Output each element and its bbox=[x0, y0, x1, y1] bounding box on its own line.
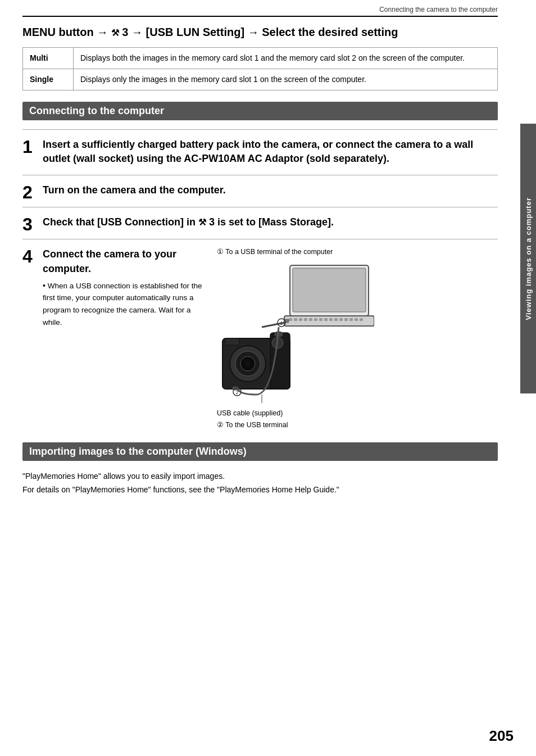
step-4-text: Connect the camera to your computer. • W… bbox=[43, 247, 211, 328]
importing-section-header: Importing images to the computer (Window… bbox=[22, 442, 498, 461]
table-row-single: Single Displays only the images in the m… bbox=[23, 69, 498, 90]
laptop-shape bbox=[284, 265, 374, 326]
svg-text:1: 1 bbox=[280, 320, 283, 326]
caption-usb-cable: USB cable (supplied) bbox=[217, 409, 283, 417]
svg-rect-15 bbox=[349, 318, 353, 321]
settings-table: Multi Displays both the images in the me… bbox=[22, 47, 498, 90]
camera-shape bbox=[222, 332, 290, 390]
step-1-title: Insert a sufficiently charged battery pa… bbox=[43, 138, 498, 166]
svg-rect-4 bbox=[294, 318, 297, 321]
wrench-icon-1: ⚒ bbox=[111, 28, 119, 39]
usb-diagram-svg: 1 2 bbox=[217, 260, 374, 406]
step-3: 3 Check that [USB Connection] in ⚒ 3 is … bbox=[22, 207, 498, 239]
svg-text:2: 2 bbox=[235, 390, 238, 395]
step-4-title: Connect the camera to your computer. bbox=[43, 247, 211, 275]
svg-rect-8 bbox=[314, 318, 317, 321]
step-4-bullet-text: When a USB connection is established for… bbox=[43, 282, 202, 327]
svg-rect-6 bbox=[304, 318, 307, 321]
sidebar-tab-label: Viewing images on a computer bbox=[524, 197, 533, 320]
step-3-title: Check that [USB Connection] in ⚒ 3 is se… bbox=[43, 215, 498, 229]
step-4-body: • When a USB connection is established f… bbox=[43, 279, 211, 328]
svg-rect-11 bbox=[329, 318, 333, 321]
importing-text-line1: "PlayMemories Home" allows you to easily… bbox=[22, 470, 498, 483]
caption-top: ① To a USB terminal of the computer bbox=[217, 247, 333, 257]
table-row-multi: Multi Displays both the images in the me… bbox=[23, 48, 498, 69]
step-4-content: Connect the camera to your computer. • W… bbox=[43, 247, 498, 429]
table-cell-single-label: Single bbox=[23, 69, 74, 90]
importing-section-text: "PlayMemories Home" allows you to easily… bbox=[22, 470, 498, 497]
step-2: 2 Turn on the camera and the computer. bbox=[22, 175, 498, 207]
svg-rect-1 bbox=[293, 268, 366, 312]
step-4-layout: Connect the camera to your computer. • W… bbox=[43, 247, 498, 429]
importing-section: Importing images to the computer (Window… bbox=[22, 442, 498, 497]
page-number: 205 bbox=[489, 727, 514, 745]
step-3-content: Check that [USB Connection] in ⚒ 3 is se… bbox=[43, 215, 498, 233]
step-1-number: 1 bbox=[22, 138, 38, 156]
step-2-content: Turn on the camera and the computer. bbox=[43, 183, 498, 201]
svg-rect-10 bbox=[324, 318, 328, 321]
step-4-number: 4 bbox=[22, 247, 38, 265]
table-cell-single-desc: Displays only the images in the memory c… bbox=[74, 69, 498, 90]
svg-rect-5 bbox=[299, 318, 302, 321]
connecting-section-header: Connecting to the computer bbox=[22, 102, 498, 120]
svg-rect-13 bbox=[339, 318, 343, 321]
sidebar-tab: Viewing images on a computer bbox=[520, 124, 536, 393]
svg-rect-17 bbox=[360, 318, 363, 321]
svg-rect-12 bbox=[334, 318, 338, 321]
wrench-icon-2: ⚒ bbox=[198, 216, 206, 229]
svg-rect-29 bbox=[225, 338, 239, 345]
step-1-content: Insert a sufficiently charged battery pa… bbox=[43, 138, 498, 169]
svg-rect-16 bbox=[355, 318, 358, 321]
bullet-icon: • bbox=[43, 281, 48, 290]
table-cell-multi-label: Multi bbox=[23, 48, 74, 69]
table-cell-multi-desc: Displays both the images in the memory c… bbox=[74, 48, 498, 69]
step-2-title: Turn on the camera and the computer. bbox=[43, 183, 498, 197]
menu-heading-text: MENU button → ⚒ 3 → [USB LUN Setting] → … bbox=[22, 26, 398, 38]
menu-heading: MENU button → ⚒ 3 → [USB LUN Setting] → … bbox=[22, 25, 498, 39]
page-header: Connecting the camera to the computer bbox=[22, 6, 498, 17]
svg-rect-14 bbox=[344, 318, 348, 321]
importing-text-line2: For details on "PlayMemories Home" funct… bbox=[22, 483, 498, 497]
svg-rect-3 bbox=[289, 318, 292, 321]
step-3-number: 3 bbox=[22, 215, 38, 233]
caption-usb-terminal: ② To the USB terminal bbox=[217, 420, 288, 429]
step-4: 4 Connect the camera to your computer. •… bbox=[22, 239, 498, 434]
step-1: 1 Insert a sufficiently charged battery … bbox=[22, 129, 498, 175]
svg-rect-9 bbox=[319, 318, 322, 321]
svg-rect-7 bbox=[309, 318, 312, 321]
svg-point-25 bbox=[244, 360, 251, 367]
step-4-image: ① To a USB terminal of the computer bbox=[217, 247, 498, 429]
step-2-number: 2 bbox=[22, 183, 38, 201]
